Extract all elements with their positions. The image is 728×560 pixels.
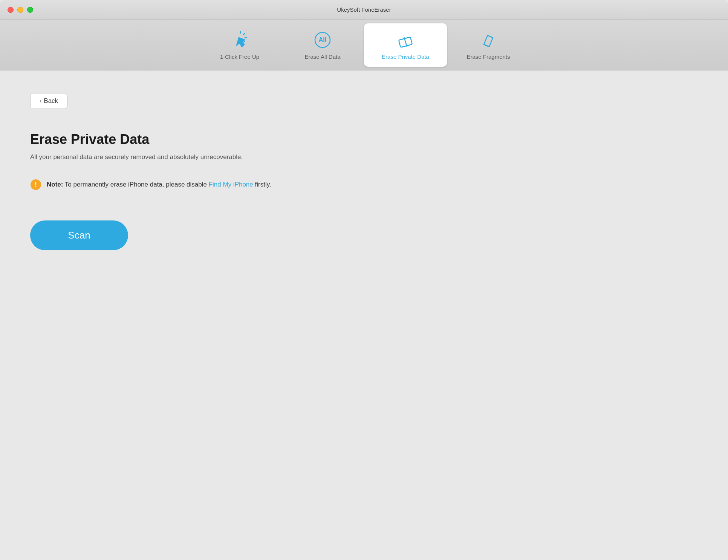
tab-erase-fragments-label: Erase Fragments: [466, 54, 510, 60]
maximize-button[interactable]: [27, 7, 33, 13]
tab-one-click-free-up[interactable]: 1-Click Free Up: [198, 23, 281, 67]
tab-erase-private-data[interactable]: Erase Private Data: [364, 23, 447, 67]
note-suffix: firstly.: [253, 181, 271, 188]
one-click-icon: [230, 30, 249, 50]
note-row: ! Note: To permanently erase iPhone data…: [30, 179, 698, 190]
back-label: Back: [44, 97, 58, 105]
tab-erase-all-label: Erase All Data: [304, 54, 340, 60]
note-text: Note: To permanently erase iPhone data, …: [47, 181, 271, 188]
main-content: ‹ Back Erase Private Data All your perso…: [0, 70, 728, 560]
warning-icon: !: [30, 179, 41, 190]
svg-line-3: [243, 41, 245, 42]
back-button[interactable]: ‹ Back: [30, 93, 67, 109]
title-bar: UkeySoft FoneEraser: [0, 0, 728, 20]
page-subtitle: All your personal data are securely remo…: [30, 153, 698, 161]
svg-line-8: [484, 44, 489, 47]
tab-erase-fragments[interactable]: Erase Fragments: [447, 23, 530, 67]
close-button[interactable]: [8, 7, 14, 13]
window-title: UkeySoft FoneEraser: [337, 6, 391, 13]
scan-button[interactable]: Scan: [30, 220, 128, 250]
tab-erase-all-data[interactable]: All Erase All Data: [281, 23, 364, 67]
tab-one-click-label: 1-Click Free Up: [220, 54, 259, 60]
erase-private-icon: [396, 30, 415, 50]
nav-bar: 1-Click Free Up All Erase All Data Erase…: [0, 20, 728, 70]
erase-all-icon: All: [313, 30, 332, 50]
find-my-iphone-link[interactable]: Find My iPhone: [209, 181, 253, 188]
erase-fragments-icon: [479, 30, 498, 50]
page-title: Erase Private Data: [30, 132, 698, 147]
note-body: To permanently erase iPhone data, please…: [63, 181, 208, 188]
svg-line-1: [243, 34, 245, 35]
minimize-button[interactable]: [17, 7, 23, 13]
note-prefix: Note:: [47, 181, 63, 188]
svg-text:!: !: [35, 181, 37, 188]
tab-erase-private-label: Erase Private Data: [382, 54, 429, 60]
window-controls: [8, 7, 33, 13]
svg-text:All: All: [319, 37, 326, 43]
back-chevron-icon: ‹: [40, 98, 41, 104]
app-window: UkeySoft FoneEraser 1-Click Free Up A: [0, 0, 728, 560]
